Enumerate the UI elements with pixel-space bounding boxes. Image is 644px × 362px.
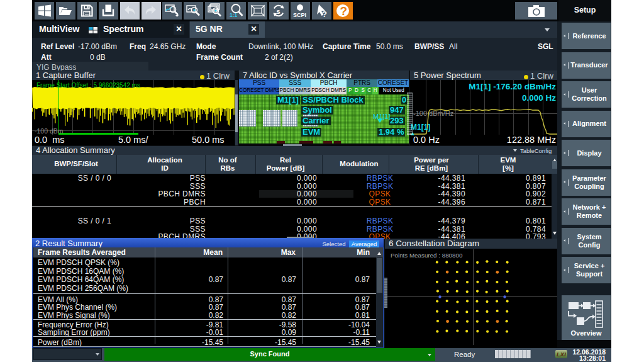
svg-text:?: ? <box>322 9 327 18</box>
svg-text:1:1: 1:1 <box>230 12 238 18</box>
svg-text:SCPI: SCPI <box>293 12 306 18</box>
svg-text:?: ? <box>340 4 348 18</box>
svg-text:s: s <box>277 8 280 15</box>
